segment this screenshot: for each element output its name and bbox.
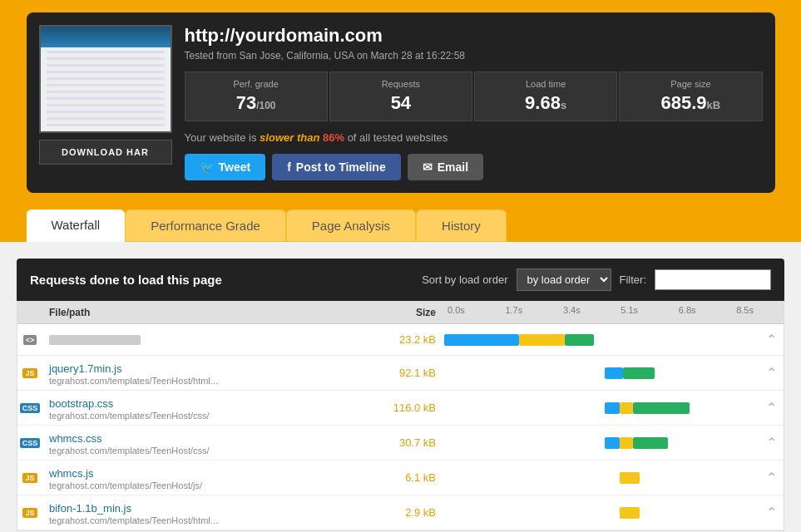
row-filename[interactable]: jquery1.7min.js: [49, 362, 121, 375]
facebook-icon: f: [287, 160, 291, 174]
row-expand-arrow[interactable]: ⌃: [759, 365, 784, 381]
page-size-label: Page size: [631, 79, 749, 89]
row-file-info: bifon-1.1b_min.js tegrahost.com/template…: [42, 497, 376, 529]
load-time-label: Load time: [487, 79, 605, 89]
row-size: 116.0 kB: [376, 398, 443, 417]
sort-label: Sort by load order: [422, 273, 507, 286]
bar-green: [633, 402, 690, 414]
timeline-header: 0.0s 1.7s 3.4s 5.1s 6.8s 8.5s: [443, 302, 759, 323]
table-row: CSS whmcs.css tegrahost.com/templates/Te…: [17, 426, 784, 461]
sort-select[interactable]: by load order by size by type: [517, 268, 611, 291]
row-size: 23.2 kB: [376, 330, 443, 349]
row-filename[interactable]: bifon-1.1b_min.js: [49, 502, 131, 515]
row-icon: CSS: [17, 403, 42, 413]
bar-blue: [444, 334, 519, 346]
requests-title: Requests done to load this page: [30, 273, 222, 287]
row-size: 6.1 kB: [376, 468, 443, 487]
filter-input[interactable]: [655, 269, 771, 290]
bar-blue: [605, 437, 620, 449]
requests-box: Requests 54: [329, 71, 472, 121]
row-file-info: [42, 332, 376, 348]
requests-table: File/path Size 0.0s 1.7s 3.4s 5.1s 6.8s …: [17, 301, 784, 531]
table-row: CSS bootstrap.css tegrahost.com/template…: [17, 391, 784, 426]
row-path: tegrahost.com/templates/TeenHost/html...: [49, 376, 369, 386]
row-file-info: whmcs.js tegrahost.com/templates/TeenHos…: [42, 462, 376, 494]
perf-grade-label: Perf. grade: [197, 79, 315, 89]
bar-green: [633, 437, 668, 449]
row-size: 30.7 kB: [376, 433, 443, 452]
perf-grade-value: 73/100: [197, 92, 315, 114]
perf-grade-box: Perf. grade 73/100: [185, 71, 328, 121]
row-filename-blurred: [49, 335, 141, 345]
filter-label: Filter:: [620, 273, 647, 286]
row-timeline: [443, 328, 759, 352]
result-info: http://yourdomain.com Tested from San Jo…: [185, 25, 763, 180]
row-timeline: [443, 500, 759, 525]
requests-label: Requests: [342, 79, 460, 89]
result-card: DOWNLOAD HAR http://yourdomain.com Teste…: [27, 12, 775, 193]
row-size: 2.9 kB: [376, 503, 443, 522]
bar-green: [623, 367, 655, 379]
type-badge-js: JS: [22, 508, 37, 518]
requests-value: 54: [342, 92, 460, 114]
row-filename[interactable]: whmcs.css: [49, 432, 102, 445]
row-timeline: [443, 396, 759, 421]
row-file-info: whmcs.css tegrahost.com/templates/TeenHo…: [42, 427, 376, 459]
load-time-value: 9.68s: [487, 92, 605, 114]
table-row: JS bifon-1.1b_min.js tegrahost.com/templ…: [17, 495, 784, 530]
bar-blue: [605, 367, 623, 379]
row-timeline: [443, 361, 759, 386]
row-file-info: jquery1.7min.js tegrahost.com/templates/…: [42, 357, 376, 389]
row-icon: JS: [17, 473, 42, 483]
col-file-header: File/path: [42, 302, 376, 323]
tab-waterfall[interactable]: Waterfall: [27, 209, 126, 242]
row-expand-arrow[interactable]: ⌃: [759, 332, 784, 347]
row-expand-arrow[interactable]: ⌃: [759, 435, 784, 451]
bar-yellow: [620, 437, 633, 449]
table-row: <> 23.2 kB ⌃: [17, 324, 784, 356]
tabs-container: Waterfall Performance Grade Page Analysi…: [27, 209, 775, 242]
row-size: 92.1 kB: [376, 363, 443, 382]
sort-filter-area: Sort by load order by load order by size…: [422, 268, 771, 291]
row-icon: JS: [17, 368, 42, 378]
tab-performance-grade[interactable]: Performance Grade: [125, 209, 286, 242]
row-filename[interactable]: bootstrap.css: [49, 397, 113, 410]
row-expand-arrow[interactable]: ⌃: [759, 400, 784, 416]
tweet-button[interactable]: 🐦 Tweet: [185, 154, 266, 180]
row-expand-arrow[interactable]: ⌃: [759, 470, 784, 485]
bar-yellow: [519, 334, 565, 346]
type-badge-css: CSS: [20, 403, 41, 413]
website-screenshot: [39, 25, 172, 133]
bar-blue: [605, 402, 620, 414]
row-path: tegrahost.com/templates/TeenHost/css/: [49, 446, 369, 456]
table-row: JS whmcs.js tegrahost.com/templates/Teen…: [17, 461, 784, 495]
tab-history[interactable]: History: [416, 209, 507, 242]
row-expand-arrow[interactable]: ⌃: [759, 505, 784, 520]
load-time-box: Load time 9.68s: [474, 71, 617, 121]
col-size-header: Size: [376, 302, 443, 323]
bar-yellow: [620, 472, 640, 484]
download-har-button[interactable]: DOWNLOAD HAR: [39, 140, 172, 165]
email-icon: ✉: [423, 160, 433, 174]
row-path: tegrahost.com/templates/TeenHost/css/: [49, 411, 369, 421]
page-size-value: 685.9kB: [631, 92, 749, 114]
tab-page-analysis[interactable]: Page Analysis: [286, 209, 416, 242]
type-badge-js: JS: [22, 368, 37, 378]
bar-yellow: [620, 402, 633, 414]
type-badge-css: CSS: [20, 438, 41, 448]
email-button[interactable]: ✉ Email: [408, 154, 483, 180]
type-badge: <>: [23, 335, 37, 345]
page-size-box: Page size 685.9kB: [619, 71, 762, 121]
table-row: JS jquery1.7min.js tegrahost.com/templat…: [17, 356, 784, 391]
table-header-row: File/path Size 0.0s 1.7s 3.4s 5.1s 6.8s …: [17, 302, 784, 324]
row-file-info: bootstrap.css tegrahost.com/templates/Te…: [42, 392, 376, 424]
requests-section: Requests done to load this page Sort by …: [17, 259, 784, 531]
twitter-icon: 🐦: [200, 160, 214, 174]
facebook-button[interactable]: f Post to Timeline: [272, 154, 401, 180]
row-filename[interactable]: whmcs.js: [49, 467, 93, 480]
action-buttons: 🐦 Tweet f Post to Timeline ✉ Email: [185, 154, 763, 180]
row-path: tegrahost.com/templates/TeenHost/html...: [49, 515, 369, 525]
screenshot-area: DOWNLOAD HAR: [39, 25, 172, 165]
tested-from: Tested from San Jose, California, USA on…: [185, 50, 763, 62]
bar-yellow: [620, 507, 640, 519]
